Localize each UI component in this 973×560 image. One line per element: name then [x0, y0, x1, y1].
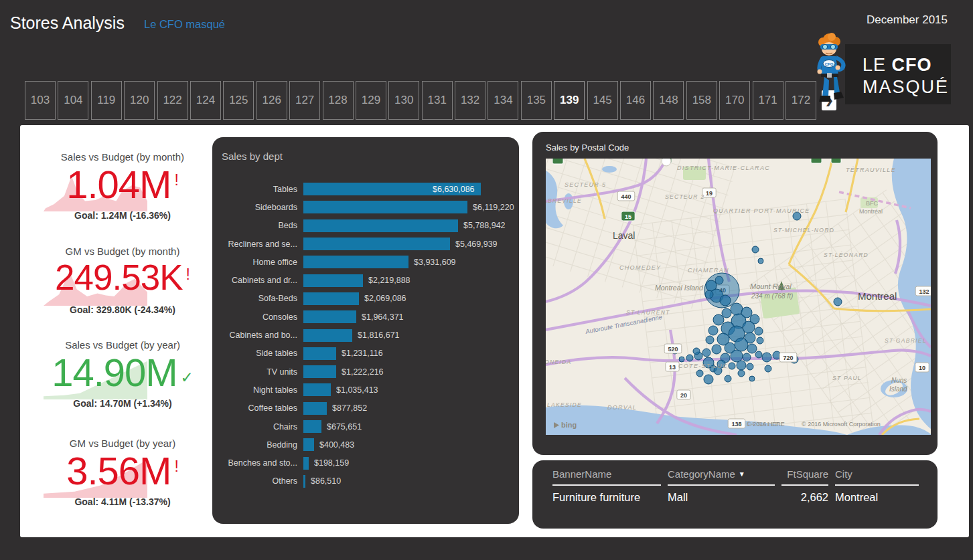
bar-row: Night tables$1,035,413	[222, 381, 510, 399]
bar-row: Side tables$1,231,116	[222, 345, 510, 363]
bar[interactable]	[303, 420, 321, 433]
svg-text:132: 132	[919, 288, 929, 295]
bar-track: $400,483	[303, 438, 510, 451]
table-cell[interactable]: Montreal	[835, 486, 919, 504]
bar-category-label: Chairs	[222, 422, 303, 432]
bar[interactable]	[303, 365, 336, 378]
store-button-130[interactable]: 130	[388, 81, 419, 120]
bar-track: $2,069,086	[303, 292, 510, 305]
store-button-127[interactable]: 127	[289, 81, 320, 120]
kpi-check-icon: ✓	[181, 369, 194, 387]
store-button-125[interactable]: 125	[223, 81, 254, 120]
kpi-value-row: 1.04M!	[37, 163, 208, 207]
store-button-146[interactable]: 146	[620, 81, 651, 120]
bar-category-label: Coffee tables	[222, 403, 303, 413]
bar[interactable]	[303, 329, 352, 342]
store-button-131[interactable]: 131	[422, 81, 453, 120]
store-slicer-items: 1031041191201221241251261271281291301311…	[25, 81, 816, 120]
column-header-BannerName[interactable]: BannerName	[552, 468, 661, 486]
store-button-139[interactable]: 139	[554, 81, 585, 120]
map-label: ST-LAURENT	[626, 309, 670, 316]
map-label: QUARTIER PORT-MAURICE	[713, 207, 810, 214]
store-button-158[interactable]: 158	[686, 81, 717, 120]
map-label: ONEIDA	[546, 359, 571, 365]
store-details-table: BannerNameCategoryName ▼FtSquareCityFurn…	[552, 468, 919, 504]
table-cell[interactable]: Mall	[668, 486, 775, 504]
store-button-128[interactable]: 128	[323, 81, 354, 120]
bar[interactable]	[303, 292, 359, 305]
store-button-134[interactable]: 134	[488, 81, 518, 120]
kpi-card-1[interactable]: Sales vs Budget (by month)1.04M!Goal: 1.…	[37, 149, 208, 229]
kpi-alert-icon: !	[174, 171, 178, 189]
bar-row: Chairs$675,651	[222, 417, 510, 436]
bar[interactable]	[303, 256, 408, 268]
road-shield-10: 10	[915, 363, 929, 372]
bar[interactable]	[303, 383, 331, 396]
cfo-mascot-illustration: CFO	[804, 32, 863, 112]
store-button-170[interactable]: 170	[719, 81, 750, 120]
bar[interactable]	[303, 402, 327, 415]
store-button-124[interactable]: 124	[190, 81, 221, 120]
cfo-masque-link[interactable]: Le CFO masqué	[144, 18, 225, 31]
store-button-145[interactable]: 145	[587, 81, 618, 120]
store-button-120[interactable]: 120	[124, 81, 155, 120]
bar-value-label: $675,651	[327, 422, 362, 432]
bar[interactable]	[303, 219, 458, 232]
bar-track: $1,222,216	[303, 365, 510, 378]
bar[interactable]	[303, 310, 356, 323]
store-button-104[interactable]: 104	[58, 81, 88, 120]
store-button-171[interactable]: 171	[753, 81, 783, 120]
svg-text:CFO: CFO	[825, 62, 834, 66]
kpi-card-3[interactable]: Sales vs Budget (by year)14.90M✓Goal: 14…	[37, 337, 208, 417]
column-header-CategoryName[interactable]: CategoryName ▼	[668, 468, 775, 486]
sales-by-postal-code-panel: Sales by Postal Code	[532, 132, 938, 455]
postal-code-map[interactable]: 40 4401915132105201372020138 SECTEUR 5DI…	[546, 159, 931, 435]
column-header-FtSquare[interactable]: FtSquare	[781, 468, 828, 486]
store-button-132[interactable]: 132	[455, 81, 485, 120]
bar-value-label: $1,222,216	[342, 367, 384, 377]
table-cell[interactable]: 2,662	[781, 486, 828, 504]
bar-category-label: Tables	[222, 185, 303, 194]
store-slicer: 1031041191201221241251261271281291301311…	[25, 81, 836, 120]
store-button-122[interactable]: 122	[157, 81, 188, 120]
bar[interactable]	[303, 475, 305, 488]
bar[interactable]	[303, 457, 309, 470]
store-button-119[interactable]: 119	[91, 81, 122, 120]
store-button-148[interactable]: 148	[653, 81, 684, 120]
store-button-126[interactable]: 126	[256, 81, 287, 120]
bar-track: $2,219,888	[303, 274, 510, 287]
map-label: BFC	[866, 200, 879, 207]
map-label: DISTRICT-MARIE-CLARAC	[677, 165, 770, 171]
map-label: Montréal	[859, 208, 883, 215]
bar-category-label: Recliners and se...	[222, 240, 303, 249]
bar-value-label: $2,069,086	[364, 294, 406, 303]
svg-text:15: 15	[625, 213, 631, 220]
store-button-103[interactable]: 103	[25, 81, 56, 120]
bar-value-label: $5,788,942	[463, 221, 506, 230]
bar-chart: Tables$6,630,086Sideboards$6,119,220Beds…	[222, 180, 510, 490]
table-cell[interactable]: Furniture furniture	[552, 486, 661, 504]
map-label: CHAMERAN	[688, 267, 729, 274]
kpi-value: 1.04M	[66, 163, 171, 207]
logo-line1: LE CFO	[863, 55, 951, 76]
map-label: ST-LÉONARD	[824, 252, 869, 258]
bar-track: $6,119,220	[303, 201, 510, 213]
bar[interactable]	[303, 347, 336, 360]
kpi-goal: Goal: 329.80K (-24.34%)	[37, 304, 208, 315]
bar[interactable]	[303, 201, 467, 213]
kpi-card-4[interactable]: GM vs Budget (by year)3.56M!Goal: 4.11M …	[37, 435, 208, 515]
kpi-card-2[interactable]: GM vs Budget (by month)249.53K!Goal: 329…	[37, 243, 208, 323]
map-label: Nuns	[891, 377, 907, 384]
store-button-129[interactable]: 129	[356, 81, 386, 120]
bar[interactable]	[303, 238, 450, 250]
map-label: Laval	[613, 230, 635, 241]
bar-value-label: $1,231,116	[342, 349, 383, 358]
column-header-City[interactable]: City	[835, 468, 919, 486]
bar[interactable]	[303, 438, 314, 451]
bar-value-label: $198,159	[314, 458, 349, 468]
kpi-goal: Goal: 1.24M (-16.36%)	[37, 210, 208, 221]
map-attribution-microsoft: © 2016 Microsoft Corporation	[802, 421, 881, 428]
bar[interactable]	[303, 274, 363, 287]
store-button-135[interactable]: 135	[521, 81, 552, 120]
bar-track: $1,231,116	[303, 347, 510, 360]
